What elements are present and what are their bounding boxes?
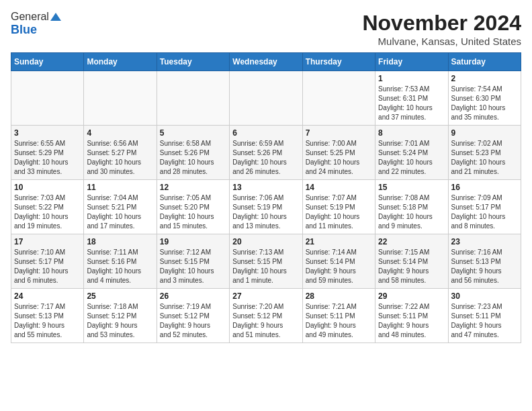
day-detail: Sunrise: 7:22 AM Sunset: 5:11 PM Dayligh… [378,302,445,340]
day-number: 21 [306,237,372,246]
calendar-cell: 9Sunrise: 7:02 AM Sunset: 5:23 PM Daylig… [448,126,521,180]
calendar-cell: 24Sunrise: 7:17 AM Sunset: 5:13 PM Dayli… [11,289,84,343]
calendar-cell: 26Sunrise: 7:19 AM Sunset: 5:12 PM Dayli… [157,289,229,343]
day-detail: Sunrise: 7:09 AM Sunset: 5:17 PM Dayligh… [451,193,518,231]
day-detail: Sunrise: 7:05 AM Sunset: 5:20 PM Dayligh… [160,193,226,231]
calendar-cell [11,71,84,126]
day-detail: Sunrise: 6:59 AM Sunset: 5:26 PM Dayligh… [232,139,299,177]
day-number: 27 [232,291,299,301]
day-detail: Sunrise: 7:13 AM Sunset: 5:15 PM Dayligh… [232,248,299,285]
calendar-table: SundayMondayTuesdayWednesdayThursdayFrid… [11,52,521,343]
location-title: Mulvane, Kansas, United States [362,36,521,47]
day-number: 14 [306,183,372,192]
calendar-cell: 14Sunrise: 7:07 AM Sunset: 5:19 PM Dayli… [302,180,375,234]
logo-general-text: General [11,11,49,23]
day-number: 22 [378,237,445,246]
day-detail: Sunrise: 7:20 AM Sunset: 5:12 PM Dayligh… [232,302,299,340]
calendar-cell: 19Sunrise: 7:12 AM Sunset: 5:15 PM Dayli… [157,234,229,289]
calendar-cell [157,71,229,126]
calendar-cell: 30Sunrise: 7:23 AM Sunset: 5:11 PM Dayli… [448,289,521,343]
calendar-cell: 7Sunrise: 7:00 AM Sunset: 5:25 PM Daylig… [302,126,375,180]
day-number: 29 [378,291,445,301]
day-detail: Sunrise: 7:12 AM Sunset: 5:15 PM Dayligh… [160,248,226,285]
day-detail: Sunrise: 7:54 AM Sunset: 6:30 PM Dayligh… [451,85,518,122]
day-number: 1 [378,74,445,83]
page-header: General Blue November 2024 Mulvane, Kans… [11,11,521,47]
calendar-cell [302,71,375,126]
calendar-cell: 27Sunrise: 7:20 AM Sunset: 5:12 PM Dayli… [230,289,302,343]
day-number: 3 [14,128,81,138]
calendar-cell: 29Sunrise: 7:22 AM Sunset: 5:11 PM Dayli… [375,289,448,343]
day-detail: Sunrise: 7:15 AM Sunset: 5:14 PM Dayligh… [378,248,445,285]
calendar-cell: 11Sunrise: 7:04 AM Sunset: 5:21 PM Dayli… [84,180,157,234]
day-detail: Sunrise: 7:08 AM Sunset: 5:18 PM Dayligh… [378,193,445,231]
day-number: 17 [14,237,81,246]
day-detail: Sunrise: 6:56 AM Sunset: 5:27 PM Dayligh… [87,139,153,177]
day-number: 15 [378,183,445,192]
calendar-week-row: 17Sunrise: 7:10 AM Sunset: 5:17 PM Dayli… [11,234,521,289]
calendar-cell: 12Sunrise: 7:05 AM Sunset: 5:20 PM Dayli… [157,180,229,234]
day-detail: Sunrise: 7:04 AM Sunset: 5:21 PM Dayligh… [87,193,153,231]
day-detail: Sunrise: 6:58 AM Sunset: 5:26 PM Dayligh… [160,139,226,177]
calendar-header: SundayMondayTuesdayWednesdayThursdayFrid… [11,53,521,71]
day-number: 6 [232,128,299,138]
calendar-cell: 25Sunrise: 7:18 AM Sunset: 5:12 PM Dayli… [84,289,157,343]
day-number: 19 [160,237,226,246]
calendar-cell: 28Sunrise: 7:21 AM Sunset: 5:11 PM Dayli… [302,289,375,343]
calendar-day-header: Saturday [448,53,521,71]
logo-blue-text: Blue [11,23,37,37]
day-number: 20 [232,237,299,246]
calendar-week-row: 10Sunrise: 7:03 AM Sunset: 5:22 PM Dayli… [11,180,521,234]
day-number: 13 [232,183,299,192]
day-number: 7 [306,128,372,138]
logo-triangle-icon [50,11,61,22]
day-number: 9 [451,128,518,138]
day-number: 10 [14,183,81,192]
day-number: 24 [14,291,81,301]
day-number: 2 [451,74,518,83]
calendar-cell: 22Sunrise: 7:15 AM Sunset: 5:14 PM Dayli… [375,234,448,289]
day-number: 12 [160,183,226,192]
calendar-cell: 21Sunrise: 7:14 AM Sunset: 5:14 PM Dayli… [302,234,375,289]
calendar-cell: 23Sunrise: 7:16 AM Sunset: 5:13 PM Dayli… [448,234,521,289]
day-number: 18 [87,237,153,246]
day-detail: Sunrise: 7:16 AM Sunset: 5:13 PM Dayligh… [451,248,518,285]
day-detail: Sunrise: 7:14 AM Sunset: 5:14 PM Dayligh… [306,248,372,285]
calendar-day-header: Monday [84,53,157,71]
calendar-cell: 3Sunrise: 6:55 AM Sunset: 5:29 PM Daylig… [11,126,84,180]
day-number: 16 [451,183,518,192]
calendar-cell: 8Sunrise: 7:01 AM Sunset: 5:24 PM Daylig… [375,126,448,180]
day-detail: Sunrise: 7:00 AM Sunset: 5:25 PM Dayligh… [306,139,372,177]
day-number: 23 [451,237,518,246]
day-number: 11 [87,183,153,192]
title-area: November 2024 Mulvane, Kansas, United St… [362,11,521,47]
calendar-cell: 6Sunrise: 6:59 AM Sunset: 5:26 PM Daylig… [230,126,302,180]
calendar-day-header: Wednesday [230,53,302,71]
day-number: 30 [451,291,518,301]
month-title: November 2024 [362,11,521,36]
day-detail: Sunrise: 7:06 AM Sunset: 5:19 PM Dayligh… [232,193,299,231]
day-detail: Sunrise: 7:19 AM Sunset: 5:12 PM Dayligh… [160,302,226,340]
calendar-cell: 18Sunrise: 7:11 AM Sunset: 5:16 PM Dayli… [84,234,157,289]
calendar-cell: 17Sunrise: 7:10 AM Sunset: 5:17 PM Dayli… [11,234,84,289]
calendar-cell: 20Sunrise: 7:13 AM Sunset: 5:15 PM Dayli… [230,234,302,289]
calendar-cell: 16Sunrise: 7:09 AM Sunset: 5:17 PM Dayli… [448,180,521,234]
day-number: 26 [160,291,226,301]
calendar-day-header: Sunday [11,53,84,71]
day-detail: Sunrise: 7:10 AM Sunset: 5:17 PM Dayligh… [14,248,81,285]
day-detail: Sunrise: 7:02 AM Sunset: 5:23 PM Dayligh… [451,139,518,177]
day-detail: Sunrise: 7:53 AM Sunset: 6:31 PM Dayligh… [378,85,445,122]
calendar-week-row: 1Sunrise: 7:53 AM Sunset: 6:31 PM Daylig… [11,71,521,126]
calendar-day-header: Tuesday [157,53,229,71]
day-detail: Sunrise: 7:01 AM Sunset: 5:24 PM Dayligh… [378,139,445,177]
calendar-cell [84,71,157,126]
day-detail: Sunrise: 7:23 AM Sunset: 5:11 PM Dayligh… [451,302,518,340]
day-detail: Sunrise: 7:18 AM Sunset: 5:12 PM Dayligh… [87,302,153,340]
calendar-week-row: 24Sunrise: 7:17 AM Sunset: 5:13 PM Dayli… [11,289,521,343]
day-detail: Sunrise: 7:17 AM Sunset: 5:13 PM Dayligh… [14,302,81,340]
calendar-body: 1Sunrise: 7:53 AM Sunset: 6:31 PM Daylig… [11,71,521,343]
svg-marker-0 [50,13,61,21]
calendar-day-header: Thursday [302,53,375,71]
day-detail: Sunrise: 7:07 AM Sunset: 5:19 PM Dayligh… [306,193,372,231]
calendar-cell: 1Sunrise: 7:53 AM Sunset: 6:31 PM Daylig… [375,71,448,126]
